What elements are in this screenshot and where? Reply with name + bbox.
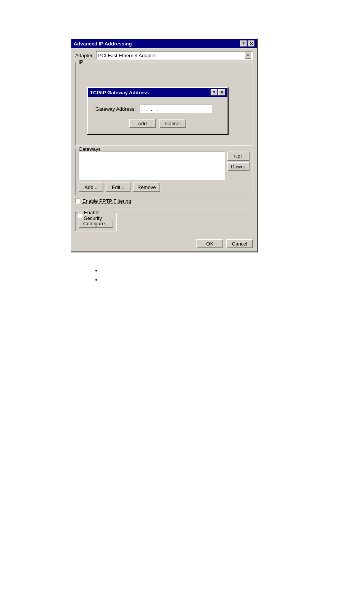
gateways-groupbox: Gateways Up↑ Down↓ Add... Edit... Remove (75, 149, 253, 195)
enable-security-label: Enable Security (84, 210, 116, 221)
gateways-side-buttons: Up↑ Down↓ (227, 152, 250, 171)
gateways-listbox[interactable] (79, 152, 225, 180)
dropdown-arrow-icon[interactable]: ▼ (245, 52, 251, 59)
pptp-filtering-label: Enable PPTP Filtering (82, 198, 131, 204)
bullet-list (101, 267, 364, 283)
gateways-inner: Up↑ Down↓ (79, 152, 250, 180)
gateway-address-input[interactable]: | . . . (140, 105, 212, 113)
enable-security-checkbox-label: Enable Security (77, 210, 116, 221)
adapter-dropdown[interactable]: PCI Fast Ethernet Adapter ▼ (96, 51, 253, 60)
ok-button[interactable]: OK (196, 239, 223, 248)
gateway-title: TCP/IP Gateway Address (90, 90, 149, 95)
gateways-add-button[interactable]: Add... (79, 183, 103, 192)
bullet-item-2 (101, 276, 364, 283)
gateways-bottom-buttons: Add... Edit... Remove (79, 183, 250, 192)
gateway-close-button[interactable]: ✕ (218, 89, 225, 95)
gateway-cancel-button[interactable]: Cancel (159, 119, 186, 128)
gateway-action-buttons: Add Cancel (95, 119, 220, 128)
ip-section-label: IP (78, 59, 84, 65)
gateways-down-button[interactable]: Down↓ (227, 162, 250, 171)
gateway-dialog: TCP/IP Gateway Address ? ✕ Gateway Addre… (87, 87, 228, 134)
gateways-label: Gateways (78, 146, 101, 152)
cancel-button[interactable]: Cancel (226, 239, 253, 248)
gateways-remove-button[interactable]: Remove (133, 183, 160, 192)
gateways-edit-button[interactable]: Edit... (106, 183, 130, 192)
bullet-item-1 (101, 267, 364, 273)
enable-security-checkbox[interactable] (78, 213, 82, 218)
pptp-filtering-checkbox[interactable] (75, 199, 80, 204)
main-dialog-content: Adapter: PCI Fast Ethernet Adapter ▼ IP … (71, 48, 257, 251)
gateway-address-row: Gateway Address: | . . . (95, 105, 220, 113)
advanced-ip-dialog: Advanced IP Addressing ? ✕ Adapter: PCI … (71, 38, 258, 252)
gateway-address-label: Gateway Address: (95, 106, 136, 112)
bottom-buttons: OK Cancel (75, 239, 253, 248)
adapter-value: PCI Fast Ethernet Adapter (98, 53, 156, 58)
gateway-cursor: | . . . (142, 106, 158, 112)
close-button-main[interactable]: ✕ (248, 40, 254, 47)
adapter-row: Adapter: PCI Fast Ethernet Adapter ▼ (75, 51, 253, 60)
adapter-label: Adapter: (75, 53, 94, 58)
pptp-filtering-row: Enable PPTP Filtering (75, 198, 253, 204)
advanced-ip-title: Advanced IP Addressing (74, 41, 132, 47)
enable-security-group: Enable Security Configure... (75, 212, 117, 231)
titlebar-buttons: ? ✕ (240, 40, 254, 47)
page-container: Advanced IP Addressing ? ✕ Adapter: PCI … (0, 0, 364, 614)
security-section: Enable Security Configure... (75, 212, 253, 235)
divider1 (75, 207, 253, 207)
gateway-titlebar: TCP/IP Gateway Address ? ✕ (88, 88, 227, 97)
ip-groupbox: IP TCP/IP Gateway Address ? ✕ Ga (75, 62, 253, 146)
gateways-up-button[interactable]: Up↑ (227, 152, 250, 161)
advanced-ip-titlebar: Advanced IP Addressing ? ✕ (71, 39, 257, 48)
help-button-main[interactable]: ? (240, 40, 247, 47)
gateway-titlebar-buttons: ? ✕ (211, 89, 225, 95)
gateway-help-button[interactable]: ? (211, 89, 217, 95)
gateway-add-button[interactable]: Add (129, 119, 156, 128)
gateway-content: Gateway Address: | . . . Add Cancel (88, 97, 227, 134)
